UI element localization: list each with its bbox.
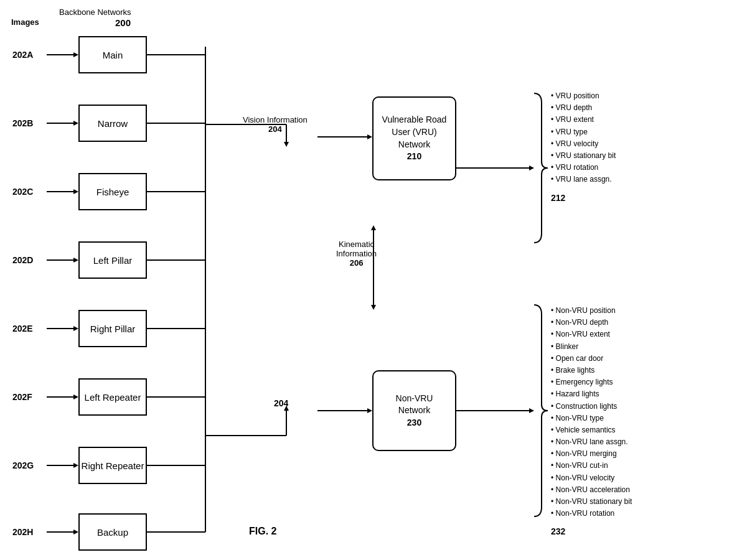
image-label-202c: 202C [12, 187, 33, 197]
left-repeater-box: Left Repeater [78, 378, 147, 416]
diagram: Backbone Networks Images 200 202A 202B 2… [0, 0, 747, 560]
image-label-202f: 202F [12, 392, 32, 402]
right-pillar-box: Right Pillar [78, 310, 147, 347]
svg-marker-10 [73, 52, 78, 57]
nonvru-network-box: Non-VRU Network 230 [372, 370, 456, 451]
svg-marker-39 [367, 134, 372, 139]
svg-marker-20 [73, 394, 78, 399]
vru-output-list: VRU position VRU depth VRU extent VRU ty… [551, 90, 616, 205]
svg-marker-12 [73, 121, 78, 126]
svg-marker-41 [367, 408, 372, 413]
vru-network-box: Vulnerable Road User (VRU) Network 210 [372, 96, 456, 180]
main-box: Main [78, 36, 147, 73]
image-label-202d: 202D [12, 255, 33, 265]
svg-marker-14 [73, 189, 78, 194]
image-label-202b: 202B [12, 118, 33, 128]
svg-marker-22 [73, 463, 78, 468]
image-label-202h: 202H [12, 527, 33, 537]
kinematic-info-label: Kinematic Information 206 [336, 240, 377, 268]
backup-box: Backup [78, 513, 147, 551]
svg-marker-27 [284, 142, 289, 147]
svg-marker-33 [371, 305, 376, 310]
image-label-202a: 202A [12, 50, 33, 60]
nonvru-output-list: Non-VRU position Non-VRU depth Non-VRU e… [551, 305, 632, 539]
figure-label: FIG. 2 [249, 526, 276, 537]
image-label-202e: 202E [12, 324, 33, 334]
fisheye-box: Fisheye [78, 173, 147, 210]
right-repeater-box: Right Repeater [78, 447, 147, 484]
vision-info-label-bottom: 204 [274, 398, 288, 408]
narrow-box: Narrow [78, 105, 147, 142]
svg-marker-18 [73, 326, 78, 331]
backbone-number: 200 [115, 17, 131, 28]
svg-marker-16 [73, 258, 78, 263]
svg-marker-24 [73, 530, 78, 534]
svg-marker-32 [371, 225, 376, 230]
backbone-networks-label: Backbone Networks [59, 7, 131, 17]
vision-info-label-top: Vision Information 204 [243, 115, 308, 134]
left-pillar-box: Left Pillar [78, 241, 147, 279]
image-label-202g: 202G [12, 460, 34, 470]
svg-marker-37 [529, 408, 534, 413]
images-label: Images [11, 17, 39, 27]
svg-marker-35 [529, 166, 534, 170]
